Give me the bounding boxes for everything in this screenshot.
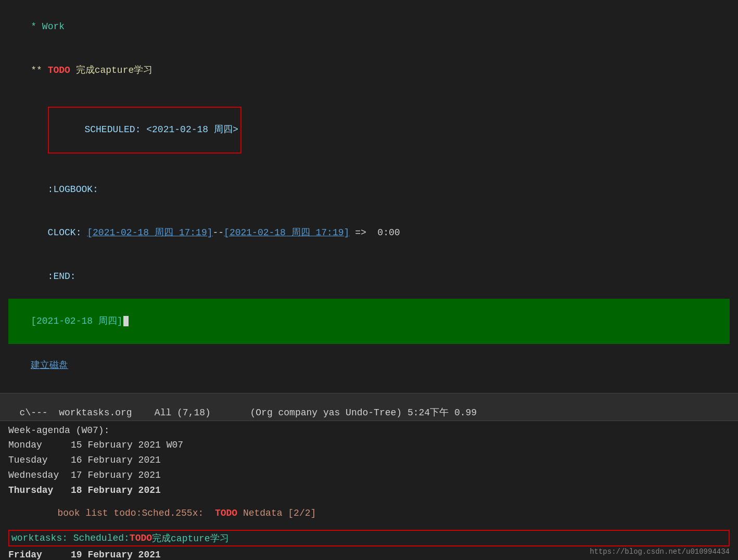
worktasks-label: worktasks: Scheduled: (11, 533, 130, 543)
agenda-row-thursday: Thursday 18 February 2021 (8, 483, 730, 498)
status-text: c\--- worktasks.org All (7,18) (Org comp… (20, 408, 477, 418)
worktasks-scheduled-row: worktasks: Scheduled: TODO 完成capture学习 (8, 530, 730, 546)
text-cursor (123, 316, 129, 326)
friday-date: 19 February 2021 (71, 548, 161, 560)
clock-line: CLOCK: [2021-02-18 周四 17:19]--[2021-02-1… (8, 211, 730, 255)
watermark: https://blog.csdn.net/u010994434 (590, 548, 730, 556)
monday-date: 15 February 2021 W07 (71, 438, 183, 453)
clock-link2[interactable]: [2021-02-18 周四 17:19] (224, 227, 349, 238)
status-bar: c\--- worktasks.org All (7,18) (Org comp… (0, 393, 738, 421)
end-line: :END: (8, 255, 730, 299)
agenda-row-tuesday: Tuesday 16 February 2021 (8, 453, 730, 468)
thursday-label: Thursday (8, 483, 71, 498)
todo-heading: ** TODO 完成capture学习 (8, 49, 730, 93)
monday-label: Monday (8, 438, 71, 453)
sched-todo-keyword: TODO (130, 533, 152, 543)
scheduled-line: SCHEDULED: <2021-02-18 周四> (8, 92, 730, 168)
scheduled-label: SCHEDULED: (84, 124, 146, 135)
jian-ci-pan-line: 建立磁盘 (8, 344, 730, 388)
agenda-area: Week-agenda (W07): Monday 15 February 20… (0, 421, 738, 560)
thursday-date: 18 February 2021 (71, 483, 161, 498)
agenda-row-wednesday: Wednesday 17 February 2021 (8, 468, 730, 483)
tuesday-label: Tuesday (8, 453, 71, 468)
editor-area: * Work ** TODO 完成capture学习 SCHEDULED: <2… (0, 0, 738, 393)
date-highlight-line: [2021-02-18 周四] (8, 299, 730, 345)
agenda-header: Week-agenda (W07): (8, 425, 730, 436)
clock-link1[interactable]: [2021-02-18 周四 17:19] (87, 227, 212, 238)
friday-label: Friday (8, 548, 71, 560)
work-star: * (31, 21, 42, 32)
tuesday-date: 16 February 2021 (71, 453, 161, 468)
logbook-line: :LOGBOOK: (8, 168, 730, 212)
book-todo-row: book list todo:Sched.255x: TODO Netdata … (8, 498, 730, 529)
scheduled-date: <2021-02-18 周四> (146, 124, 238, 135)
agenda-row-monday: Monday 15 February 2021 W07 (8, 438, 730, 453)
work-heading: * Work (8, 5, 730, 49)
watermark-text: https://blog.csdn.net/u010994434 (590, 548, 730, 556)
jian-ci-pan-link[interactable]: 建立磁盘 (31, 360, 68, 371)
wednesday-label: Wednesday (8, 468, 71, 483)
sched-title: 完成capture学习 (152, 532, 229, 544)
wednesday-date: 17 February 2021 (71, 468, 161, 483)
agenda-title: Week-agenda (W07): (8, 425, 109, 436)
scheduled-box: SCHEDULED: <2021-02-18 周四> (48, 107, 241, 154)
